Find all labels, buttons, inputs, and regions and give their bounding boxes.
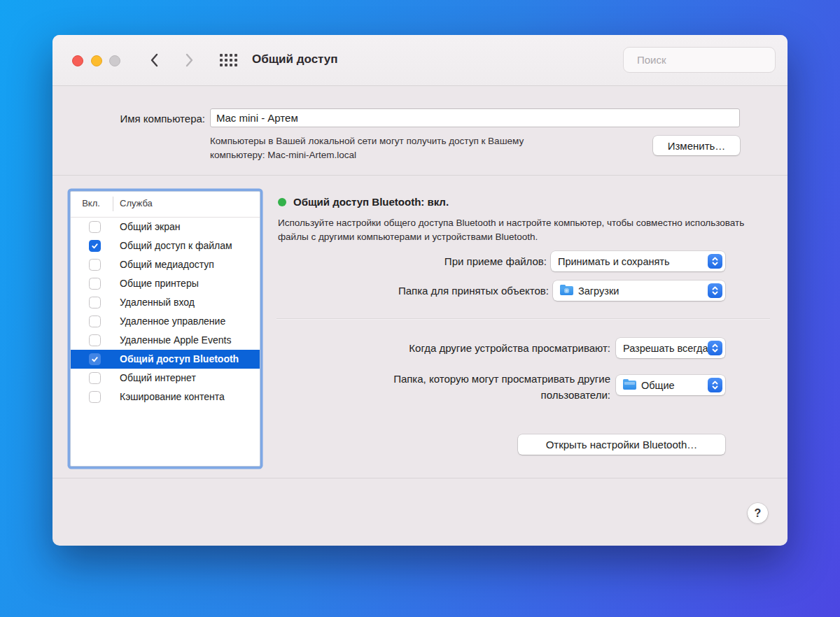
service-checkbox[interactable] (89, 391, 101, 403)
received-folder-label: Папка для принятых объектов: (278, 285, 549, 297)
sharing-preferences-window: Общий доступ Имя компьютера: Компьютеры … (52, 35, 788, 546)
received-folder-select[interactable]: Загрузки (553, 281, 725, 301)
service-checkbox[interactable] (89, 240, 101, 252)
service-row[interactable]: Удаленное управление (71, 312, 260, 331)
search-input[interactable] (636, 53, 778, 66)
chevron-left-icon (150, 53, 159, 67)
service-status-title: Общий доступ Bluetooth: вкл. (293, 196, 449, 208)
column-divider (113, 197, 113, 211)
service-checkbox[interactable] (89, 372, 101, 384)
edit-button[interactable]: Изменить… (653, 136, 740, 155)
close-window-button[interactable] (72, 55, 83, 66)
services-list[interactable]: Вкл. Служба Общий экранОбщий доступ к фа… (70, 191, 260, 467)
service-label: Общий экран (120, 218, 181, 236)
received-folder-value: Загрузки (578, 285, 619, 297)
service-row[interactable]: Кэширование контента (71, 388, 260, 406)
service-label: Удаленные Apple Events (120, 331, 231, 350)
service-row[interactable]: Общие принтеры (71, 274, 260, 293)
service-label: Удаленный вход (120, 293, 195, 312)
receive-files-value: Принимать и сохранять (558, 256, 670, 267)
column-header-on: Вкл. (71, 198, 111, 208)
browse-folder-select[interactable]: Общие (616, 375, 725, 395)
minimize-window-button[interactable] (91, 55, 102, 66)
service-row[interactable]: Общий медиадоступ (71, 255, 260, 274)
chevron-right-icon (185, 53, 194, 67)
stepper-icon (708, 254, 722, 269)
service-label: Общие принтеры (120, 274, 199, 293)
service-checkbox[interactable] (89, 221, 101, 233)
computer-name-description-line1: Компьютеры в Вашей локальной сети могут … (210, 134, 524, 148)
service-label: Общий интернет (120, 369, 196, 388)
service-checkbox[interactable] (89, 297, 101, 308)
service-checkbox[interactable] (89, 334, 101, 346)
browse-select[interactable]: Разрешать всегда (616, 338, 725, 358)
service-label: Удаленное управление (120, 312, 225, 331)
service-label: Общий доступ Bluetooth (120, 350, 239, 369)
computer-name-input[interactable] (210, 108, 740, 127)
computer-name-description-line2: компьютеру: Mac-mini-Artem.local (210, 148, 524, 162)
shared-folder-icon (623, 381, 636, 390)
section-divider-bottom (52, 478, 788, 478)
service-checkbox[interactable] (89, 353, 101, 365)
browse-folder-label: Папка, которую могут просматривать други… (344, 371, 610, 403)
service-row[interactable]: Удаленные Apple Events (71, 331, 260, 350)
title-bar: Общий доступ (52, 35, 788, 86)
service-row[interactable]: Общий доступ Bluetooth (71, 350, 260, 369)
stepper-icon (708, 283, 722, 298)
receive-files-label: При приеме файлов: (278, 255, 547, 267)
browse-label: Когда другие устройства просматривают: (278, 342, 610, 354)
computer-name-description: Компьютеры в Вашей локальной сети могут … (210, 134, 524, 162)
computer-name-label: Имя компьютера: (52, 113, 205, 125)
show-all-grid-icon[interactable] (220, 54, 238, 67)
column-header-service: Служба (120, 198, 153, 208)
stepper-icon (708, 341, 722, 355)
services-list-header: Вкл. Служба (71, 192, 260, 218)
status-on-indicator (278, 198, 286, 206)
service-checkbox[interactable] (89, 278, 101, 290)
forward-button[interactable] (180, 51, 198, 69)
stepper-icon (708, 378, 722, 392)
back-button[interactable] (145, 51, 163, 69)
section-divider-top (52, 175, 788, 176)
service-checkbox[interactable] (89, 259, 101, 271)
page-title: Общий доступ (252, 52, 338, 66)
service-row[interactable]: Общий доступ к файлам (71, 236, 260, 255)
downloads-folder-icon (560, 286, 573, 295)
browse-folder-value: Общие (641, 380, 675, 391)
zoom-window-button[interactable] (109, 55, 120, 66)
service-label: Кэширование контента (120, 388, 225, 406)
browse-value: Разрешать всегда (623, 343, 708, 354)
service-label: Общий медиадоступ (120, 255, 214, 274)
service-label: Общий доступ к файлам (120, 236, 232, 255)
open-bluetooth-settings-button[interactable]: Открыть настройки Bluetooth… (518, 434, 725, 455)
service-checkbox[interactable] (89, 315, 101, 327)
help-button[interactable]: ? (748, 503, 768, 523)
service-row[interactable]: Удаленный вход (71, 293, 260, 312)
search-field[interactable] (623, 47, 776, 73)
services-rows: Общий экранОбщий доступ к файламОбщий ме… (71, 218, 260, 406)
service-description: Используйте настройки общего доступа Blu… (278, 216, 772, 244)
receive-files-select[interactable]: Принимать и сохранять (551, 251, 725, 271)
service-row[interactable]: Общий экран (71, 218, 260, 236)
service-row[interactable]: Общий интернет (71, 369, 260, 388)
detail-divider (276, 318, 770, 320)
